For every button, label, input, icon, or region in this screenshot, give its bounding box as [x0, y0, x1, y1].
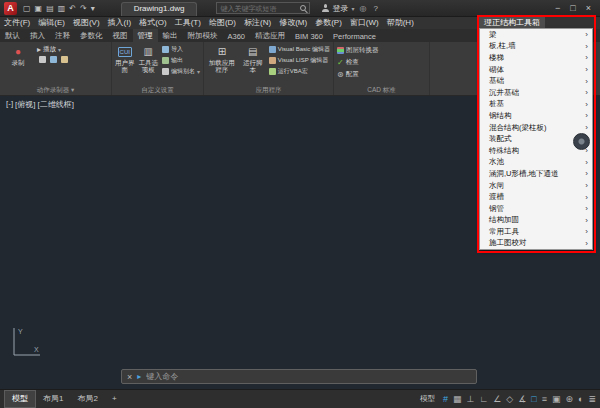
tab-a360[interactable]: A360	[223, 30, 251, 42]
panel-label-applications[interactable]: 应用程序	[204, 84, 333, 95]
tab-home[interactable]: 默认	[0, 29, 25, 42]
action-folder-icon[interactable]	[61, 56, 68, 63]
tab-insert[interactable]: 插入	[25, 29, 50, 42]
object-snap-icon[interactable]: □	[531, 390, 536, 408]
toolbox-item-mixed-structure[interactable]: 混合结构(梁柱板)›	[480, 122, 592, 134]
command-line[interactable]: × ▸ 键入命令	[121, 369, 477, 384]
redo-icon[interactable]: ↷	[79, 2, 88, 15]
user-interface-button[interactable]: CUI 用户界面	[115, 45, 134, 74]
toolbox-item-steel[interactable]: 钢结构›	[480, 110, 592, 122]
panel-label-cad-standards[interactable]: CAD 标准	[334, 84, 429, 95]
tab-addins[interactable]: 附加模块	[183, 29, 223, 42]
tab-bim360[interactable]: BIM 360	[290, 30, 328, 42]
toolbox-item-aqueduct[interactable]: 渡槽›	[480, 191, 592, 203]
record-button[interactable]: ● 录制	[3, 45, 33, 66]
open-icon[interactable]: ▣	[34, 2, 44, 15]
menu-help[interactable]: 帮助(H)	[383, 17, 418, 29]
command-input[interactable]: 键入命令	[146, 371, 178, 382]
search-icon[interactable]	[300, 5, 306, 11]
import-button[interactable]: 导入	[162, 45, 200, 54]
toolbox-item-drawing-proof[interactable]: 施工图校对›	[480, 238, 592, 250]
panel-label-customization[interactable]: 自定义设置	[112, 84, 203, 95]
customize-icon[interactable]: ≣	[588, 390, 596, 408]
new-icon[interactable]: ▢	[22, 2, 32, 15]
object-snap-tracking-icon[interactable]: ∡	[518, 390, 526, 408]
workspace-gear-icon[interactable]: ⊛	[565, 390, 573, 408]
qat-dropdown-icon[interactable]: ▾	[90, 2, 96, 15]
menu-parametric[interactable]: 参数(P)	[311, 17, 346, 29]
plot-icon[interactable]: ▥	[57, 2, 67, 15]
save-icon[interactable]: ▤	[45, 2, 55, 15]
orbit-icon[interactable]	[573, 133, 590, 150]
grid-icon[interactable]: #	[443, 390, 448, 408]
tab-annotate[interactable]: 注释	[50, 29, 75, 42]
menu-format[interactable]: 格式(O)	[135, 17, 171, 29]
toolbox-item-beam[interactable]: 梁›	[480, 29, 592, 41]
toolbox-item-foundation[interactable]: 基础›	[480, 75, 592, 87]
menu-dimension[interactable]: 标注(N)	[240, 17, 275, 29]
maximize-button[interactable]: □	[565, 1, 580, 16]
minimize-button[interactable]: −	[550, 1, 565, 16]
command-close-icon[interactable]: ×	[127, 372, 132, 382]
tab-view[interactable]: 视图	[108, 29, 133, 42]
isolate-objects-icon[interactable]: ◐	[578, 390, 583, 408]
toolbox-item-caisson[interactable]: 沉井基础›	[480, 87, 592, 99]
toolbox-item-pool[interactable]: 水池›	[480, 157, 592, 169]
tab-manage[interactable]: 管理	[133, 29, 158, 42]
play-button[interactable]: ▸ 播放 ▾	[37, 45, 68, 54]
tool-palettes-button[interactable]: ▥ 工具选项板	[138, 45, 157, 74]
menu-window[interactable]: 窗口(W)	[346, 17, 383, 29]
polar-tracking-icon[interactable]: ∠	[493, 390, 501, 408]
toolbox-item-steel-pipe[interactable]: 钢管›	[480, 203, 592, 215]
new-layout-button[interactable]: +	[105, 390, 124, 408]
insert-message-icon[interactable]	[39, 56, 46, 63]
toolbox-item-culvert-passage[interactable]: 涵洞,U形槽,地下通道›	[480, 168, 592, 180]
viewport-view-control[interactable]: [俯视]	[15, 99, 35, 110]
tab-layout1[interactable]: 布局1	[36, 390, 70, 408]
autocad-logo-icon[interactable]: A	[4, 2, 17, 15]
export-button[interactable]: 输出	[162, 56, 200, 65]
menu-modify[interactable]: 修改(M)	[275, 17, 311, 29]
isodraft-icon[interactable]: ◇	[506, 390, 513, 408]
help-icon[interactable]: ?	[371, 4, 379, 13]
run-script-button[interactable]: ▤ 运行脚本	[241, 45, 265, 74]
toolbox-item-reinforcement[interactable]: 结构加固›	[480, 215, 592, 227]
toolbox-item-pile[interactable]: 桩基›	[480, 99, 592, 111]
tab-output[interactable]: 输出	[158, 29, 183, 42]
tab-featured-apps[interactable]: 精选应用	[250, 29, 290, 42]
selection-cycling-icon[interactable]: ▣	[552, 390, 561, 408]
lisp-editor-button[interactable]: Visual LISP 编辑器	[269, 56, 330, 65]
menu-insert[interactable]: 插入(I)	[104, 17, 136, 29]
menu-edit[interactable]: 编辑(E)	[34, 17, 69, 29]
search-input[interactable]	[220, 5, 298, 12]
menu-draw[interactable]: 绘图(D)	[205, 17, 240, 29]
lineweight-icon[interactable]: ≡	[542, 390, 547, 408]
preference-icon[interactable]	[50, 56, 57, 63]
tab-performance[interactable]: Performance	[328, 30, 381, 42]
a360-icon[interactable]: ◎	[357, 4, 368, 13]
panel-label-action-recorder[interactable]: 动作录制器 ▾	[0, 84, 111, 95]
menu-file[interactable]: 文件(F)	[0, 17, 34, 29]
snap-mode-icon[interactable]: ▦	[453, 390, 462, 408]
undo-icon[interactable]: ↶	[68, 2, 77, 15]
toolbox-item-slab-column-wall[interactable]: 板,柱,墙›	[480, 41, 592, 53]
vb-editor-button[interactable]: Visual Basic 编辑器	[269, 45, 330, 54]
configure-standards-button[interactable]: ⊛ 配置	[337, 70, 379, 79]
toolbox-item-sluice[interactable]: 水闸›	[480, 180, 592, 192]
menu-tools[interactable]: 工具(T)	[171, 17, 205, 29]
check-standards-button[interactable]: ✓ 检查	[337, 58, 379, 67]
ortho-icon[interactable]: ∟	[479, 390, 488, 408]
model-space-label[interactable]: 模型	[420, 394, 435, 404]
viewport-menu-control[interactable]: [-]	[6, 99, 13, 110]
signin-dropdown-icon[interactable]: ▾	[351, 5, 354, 12]
viewport-style-control[interactable]: [二维线框]	[38, 99, 74, 110]
layer-translator-button[interactable]: 图层转换器	[337, 46, 379, 55]
toolbox-item-masonry[interactable]: 砌体›	[480, 64, 592, 76]
tab-parametric[interactable]: 参数化	[75, 29, 108, 42]
toolbox-item-stairs[interactable]: 楼梯›	[480, 52, 592, 64]
tab-model[interactable]: 模型	[4, 390, 36, 408]
tab-layout2[interactable]: 布局2	[70, 390, 104, 408]
menu-view[interactable]: 视图(V)	[69, 17, 104, 29]
close-button[interactable]: ×	[581, 1, 596, 16]
load-application-button[interactable]: ⊞ 加载应用程序	[207, 45, 237, 74]
